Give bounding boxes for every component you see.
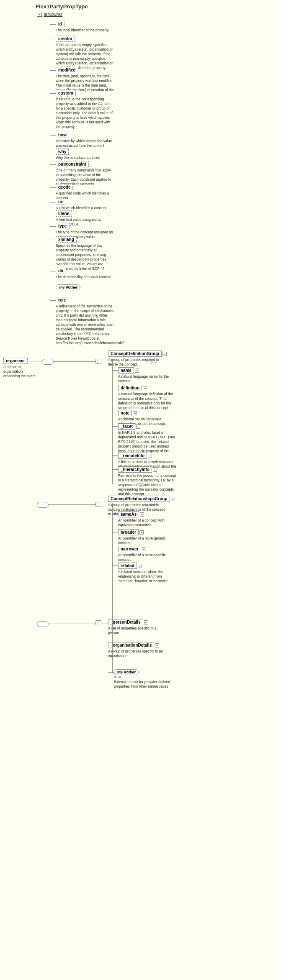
related-desc: A related concept, where the relationshi… [118,570,177,583]
facet-box: _facet [118,423,135,430]
concept-def-group: ConceptDefinitionGroup + A group of prop… [108,351,183,367]
attr-custom-desc: If set to true the corresponding propert… [56,97,114,129]
attr-how-box: how [56,132,69,138]
attr-dir-desc: The directionality of textual content. [56,275,112,279]
attr-dir-box: dir [56,268,66,274]
range-connector-bottom [95,620,101,625]
person-details-expand[interactable]: + [144,620,148,624]
bottom-any-text: any [117,670,123,674]
attr-role-desc: A refinement of the semantics of the pro… [56,304,114,345]
concept-item-hierarchyinfo: _hierarchyInfo + Represents the position… [112,466,177,496]
name-desc: A natural language name for the concept. [118,374,177,384]
hierarchyinfo-box: _hierarchyInfo [118,466,152,473]
range-connector-rel [95,502,101,507]
attr-xmllang: xmllang Specifies the language of this p… [50,236,114,271]
attr-uri: uri A URI which identifies a concept. [50,199,108,210]
concept-item-sameas: sameAs + An identifier of a concept with… [112,511,177,527]
attr-how: how Indicates by which means the value w… [50,132,114,148]
attr-qcode-box: qcode [56,184,73,190]
attr-qcode: qcode A qualified code which identifies … [50,184,114,200]
person-details: _personDetails + A set of properties spe… [108,619,192,635]
bottom-other-text: #other [124,670,136,674]
any-text: any [59,285,65,289]
concept-rel-expand[interactable]: + [171,497,175,501]
attributes-label: attributes [44,12,62,17]
concept-def-range: 0..∞ [151,361,157,364]
attr-modified-box: modified [56,67,78,73]
note-box: note [118,410,132,416]
bottom-any-other: any #other 0...∞ Extension point for pro… [108,669,173,689]
narrower-expand[interactable]: + [142,547,146,551]
attributes-collapse-icon[interactable]: - [37,12,42,17]
concept-rel-group-box: ConceptRelationshipsGroup [108,496,170,502]
attr-pubconstraint-box: pubconstraint [56,161,89,167]
attr-creator-desc: If the attribute is empty, specifies whi… [56,43,114,70]
attr-id: id The local identifier of the property. [50,21,109,33]
any-other-attr: any #other [50,284,80,290]
concept-rel-range: 0..∞ [151,503,157,507]
attr-type-box: type [56,223,70,229]
attr-creator: creator If the attribute is empty, speci… [50,36,114,70]
concept-def-group-box: ConceptDefinitionGroup [108,351,162,357]
related-box: related [118,563,137,569]
narrower-box: narrower [118,546,141,552]
concept-item-broader: broader + An identifier of a more generi… [112,529,177,545]
concept-item-narrower: narrower + An identifier of a more speci… [112,546,177,562]
concept-def-group-desc: A group of properties required to define… [108,358,167,367]
narrower-desc: An identifier of a more specific concept… [118,553,177,562]
concept-item-definition: definition + A natural language definiti… [112,385,177,410]
concept-item-related: related + A related concept, where the r… [112,563,177,583]
remoteinfo-expand[interactable]: + [148,454,152,458]
bottom-any-desc: Extension point for provider-defined pro… [114,680,173,689]
attr-uri-box: uri [56,199,66,205]
attr-custom-box: custom [56,90,76,96]
name-box: name [118,367,134,374]
name-expand[interactable]: + [135,368,139,373]
concept-item-name: name + A natural language name for the c… [112,367,177,384]
attr-id-desc: The local identifier of the property. [56,28,109,33]
sameas-box: sameAs [118,511,139,517]
org-details-expand[interactable]: + [155,643,159,647]
facet-expand[interactable]: + [136,425,140,429]
note-expand[interactable]: + [133,411,137,415]
attr-id-box: id [56,21,64,27]
attr-why-box: why [56,148,69,155]
definition-expand[interactable]: + [143,386,147,390]
organiser-section: organiser A person or organisation organ… [3,358,39,379]
definition-box: definition [118,385,142,391]
page-title: Flex1PartyPropType [36,3,88,10]
ellipse-connector: ... [42,359,54,365]
attr-xmllang-desc: Specifies the language of this property … [56,243,114,271]
attr-role-box: role [56,297,68,303]
range-connector-def [95,359,101,364]
left-ellipse-bottom: ... [37,621,49,627]
attr-dir: dir The directionality of textual conten… [50,268,112,279]
attr-pubconstraint: pubconstraint One or many constraints th… [50,161,114,187]
definition-desc: A natural language definition of the sem… [118,392,177,410]
org-details: _organisationDetails + A group of proper… [108,642,192,658]
attr-creator-box: creator [56,36,75,42]
org-details-desc: A group of properties specific to an org… [108,649,167,658]
broader-expand[interactable]: + [139,530,144,535]
other-text: #other [66,285,78,289]
hierarchyinfo-expand[interactable]: + [153,468,157,472]
attr-xmllang-box: xmllang [56,236,77,243]
organiser-box: organiser [3,358,28,364]
organiser-desc: A person or organisation organising the … [3,365,37,379]
broader-box: broader [118,529,139,535]
attr-literal-box: literal [56,210,72,217]
attr-uri-desc: A URI which identifies a concept. [56,206,108,210]
remoteinfo-box: _remoteInfo [118,453,147,459]
sameas-desc: An identifier of a concept with equivale… [118,518,177,527]
related-expand[interactable]: + [138,564,142,568]
person-details-desc: A set of properties specific to a person… [108,626,167,635]
bottom-mult: 0...∞ [114,675,173,679]
broader-desc: An identifier of a more generic concept [118,536,177,545]
hierarchyinfo-desc: Represents the position of a concept in … [118,473,177,496]
attr-how-desc: Indicates by which means the value was e… [56,139,114,148]
concept-def-expand[interactable]: + [162,352,167,356]
sameas-expand[interactable]: + [140,512,144,517]
attr-role: role A refinement of the semantics of th… [50,297,114,345]
middle-ellipse: ... [37,502,49,508]
attr-custom: custom If set to true the corresponding … [50,90,114,129]
